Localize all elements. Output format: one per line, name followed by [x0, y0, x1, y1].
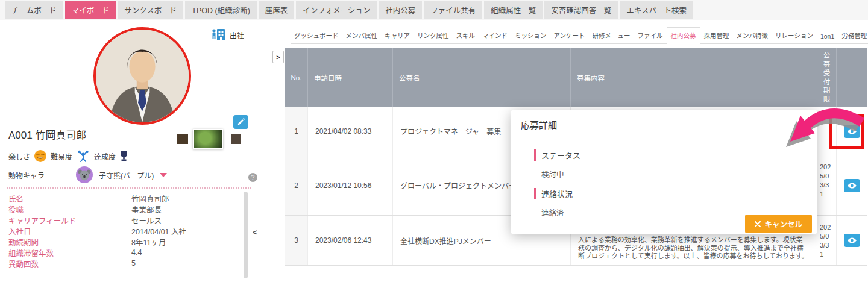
panel-scrollbar[interactable]: [244, 192, 248, 278]
status-value: 検討中: [541, 168, 817, 180]
trophy-icon: [119, 151, 128, 161]
cell-no: 3: [285, 216, 308, 265]
detail-row: キャリアフィールド セールス: [8, 215, 244, 225]
employee-id-name: A001 竹岡真司郎: [8, 127, 86, 142]
view-application-button[interactable]: [844, 234, 860, 247]
cell-deadline: 2025/03/31: [816, 216, 837, 265]
attendance-status-label: 出社: [230, 30, 244, 40]
tab-link-attributes[interactable]: リンク属性: [414, 28, 453, 43]
cancel-button-label: キャンセル: [764, 218, 802, 230]
office-attendance-icon: [211, 28, 227, 42]
nav-org-attributes[interactable]: 組織属性一覧: [484, 1, 542, 19]
detail-label: キャリアフィールド: [8, 215, 131, 226]
detail-value: 4.4: [131, 248, 142, 257]
tab-mind[interactable]: マインド: [479, 28, 511, 43]
dotted-divider: [7, 187, 251, 189]
detail-value: 事業部長: [131, 204, 162, 215]
chevron-down-icon[interactable]: [160, 173, 167, 177]
detail-value: セールス: [131, 215, 162, 226]
cell-date: 2023/02/06 12:43: [308, 216, 393, 265]
header-application-deadline: 公募受付期限: [816, 48, 837, 107]
tab-hiring-management[interactable]: 採用管理: [700, 28, 733, 43]
nav-team-board[interactable]: チームボード: [5, 1, 63, 19]
animal-character-row: 動物キャラ 子守熊(パープル): [8, 166, 167, 183]
detail-label: 氏名: [8, 193, 131, 204]
nav-internal-recruiting[interactable]: 社内公募: [379, 1, 422, 19]
eye-icon: [847, 237, 857, 244]
cell-date: 2023/01/12 10:56: [308, 155, 393, 215]
header-actions: [837, 48, 867, 107]
attendance-status: 出社: [211, 28, 244, 42]
fun-label: 楽しさ: [8, 151, 30, 161]
cell-deadline: 2025/03/31: [816, 155, 837, 215]
expand-panel-button[interactable]: >: [272, 51, 284, 63]
application-detail-modal: 応募詳細 ステータス 検討中 連絡状況 連絡済 キャンセル: [511, 110, 817, 234]
tab-survey[interactable]: アンケート: [550, 28, 589, 43]
photo-thumbnail[interactable]: [177, 134, 188, 144]
tab-member-attributes[interactable]: メンバ属性: [342, 28, 382, 43]
nav-expert-search[interactable]: エキスパート検索: [620, 1, 693, 19]
header-application-datetime: 申請日時: [308, 48, 393, 107]
modal-footer: キャンセル: [511, 210, 817, 234]
detail-label: 異動回数: [8, 258, 131, 269]
nav-safety-confirmation[interactable]: 安否確認回答一覧: [544, 1, 618, 19]
annotation-red-box: [829, 114, 864, 149]
tab-labor-management[interactable]: 労務管理: [838, 28, 868, 43]
nav-information[interactable]: インフォメーション: [296, 1, 377, 19]
cell-actions: [837, 155, 867, 215]
detail-row: 異動回数 5: [8, 258, 244, 269]
metrics-row: 楽しさ 難易度 達成度: [8, 149, 128, 163]
tab-skill[interactable]: スキル: [453, 28, 479, 43]
header-application-deadline-label: 公募受付期限: [822, 52, 831, 104]
header-recruiting-content: 募集内容: [571, 48, 816, 107]
my-board-page: チームボード マイボード サンクスボード TPOD (組織診断) 座席表 インフ…: [0, 0, 868, 282]
detail-row: 役職 事業部長: [8, 204, 244, 215]
tab-file[interactable]: ファイル: [634, 28, 667, 43]
detail-row: 組織滞留年数 4.4: [8, 247, 244, 258]
detail-label: 役職: [8, 204, 131, 215]
detail-row: 勤続期間 8年11ヶ月: [8, 236, 244, 247]
table-header-row: No. 申請日時 公募名 募集内容 公募受付期限: [285, 48, 867, 107]
weightlifter-icon: [76, 149, 90, 163]
cancel-button[interactable]: キャンセル: [745, 215, 812, 233]
koala-avatar-icon: [76, 166, 93, 183]
nav-seating-chart[interactable]: 座席表: [259, 1, 295, 19]
tab-training-menu[interactable]: 研修メニュー: [589, 28, 634, 43]
header-no: No.: [285, 48, 308, 107]
detail-value: 2014/04/01 入社: [131, 225, 186, 237]
secondary-tabs: ダッシュボード メンバ属性 キャリア リンク属性 スキル マインド ミッション …: [291, 27, 868, 44]
tab-dashboard[interactable]: ダッシュボード: [291, 28, 342, 43]
difficulty-label: 難易度: [51, 151, 72, 161]
view-application-button[interactable]: [844, 179, 860, 192]
cell-actions: [837, 216, 867, 265]
profile-photo: [93, 27, 191, 125]
photo-thumbnail[interactable]: [193, 129, 223, 149]
cell-no: 2: [285, 155, 308, 215]
detail-value: 8年11ヶ月: [131, 236, 166, 248]
cell-no: 1: [285, 107, 308, 155]
animal-character-label: 動物キャラ: [8, 170, 45, 180]
detail-row: 氏名 竹岡真司郎: [8, 193, 244, 204]
nav-file-sharing[interactable]: ファイル共有: [424, 1, 482, 19]
contact-section-label: 連絡状況: [534, 188, 817, 199]
tab-career[interactable]: キャリア: [381, 28, 414, 43]
status-section-label: ステータス: [534, 149, 817, 161]
nav-tpod[interactable]: TPOD (組織診断): [185, 1, 257, 19]
collapse-panel-chevron[interactable]: <: [253, 228, 257, 237]
tab-mission[interactable]: ミッション: [511, 28, 550, 43]
smiley-icon: [34, 149, 47, 163]
detail-value: 5: [131, 259, 136, 268]
nav-thanks-board[interactable]: サンクスボード: [118, 1, 183, 19]
detail-label: 入社日: [8, 225, 131, 237]
profile-panel: 出社 A001 竹岡真司郎 楽しさ: [0, 20, 269, 282]
help-icon[interactable]: ?: [248, 173, 257, 182]
nav-my-board[interactable]: マイボード: [65, 1, 116, 19]
tab-internal-recruiting[interactable]: 社内公募: [667, 27, 700, 44]
tab-1on1[interactable]: 1on1: [817, 30, 838, 43]
photo-thumbnail[interactable]: [231, 134, 241, 144]
tab-relation[interactable]: リレーション: [772, 28, 817, 43]
detail-label: 組織滞留年数: [8, 247, 131, 258]
tab-member-features[interactable]: メンバ特徴: [733, 28, 772, 43]
edit-profile-button[interactable]: [233, 115, 248, 129]
achievement-label: 達成度: [94, 151, 116, 161]
